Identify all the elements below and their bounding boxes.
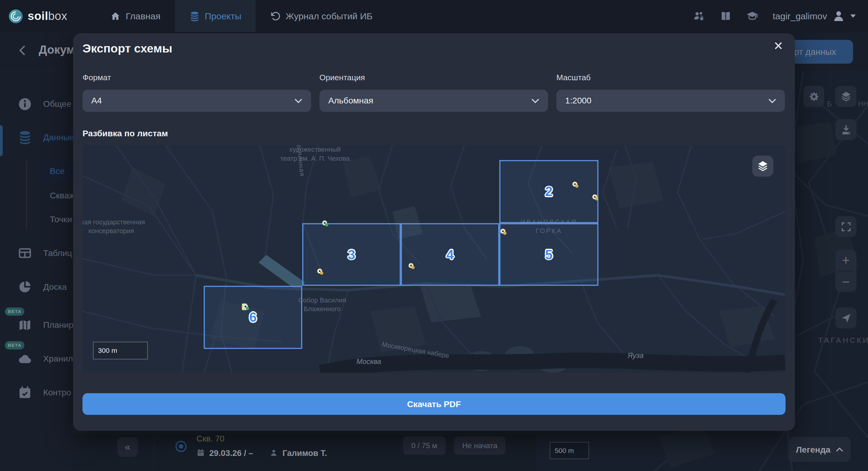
point-marker-green: [322, 220, 327, 226]
well-point-marker: [592, 195, 597, 200]
orientation-label: Ориентация: [319, 73, 365, 82]
format-label: Формат: [83, 73, 111, 82]
close-icon[interactable]: ×: [770, 38, 787, 56]
sheets-section-title: Разбивка по листам: [83, 128, 168, 139]
app-screen: Докум орт данных Общее Данные Все Скваж …: [0, 0, 868, 471]
map-label-theater: художественный театр им. А. П. Чехова: [249, 145, 381, 163]
top-navbar: soilbox Главная Проекты Журнал событий И…: [0, 0, 868, 32]
nav-item-projects[interactable]: Проекты: [175, 0, 256, 32]
export-scheme-modal: Экспорт схемы × Формат Ориентация Масшта…: [73, 33, 795, 431]
brand-name: soilbox: [28, 9, 67, 23]
format-select[interactable]: A4: [83, 90, 311, 112]
soilbox-logo-icon: [8, 8, 24, 24]
chevron-down-icon: [531, 98, 539, 104]
sheet-rect-2[interactable]: 2: [499, 160, 598, 223]
users-admin-icon[interactable]: [693, 10, 705, 22]
sheet-number: 4: [446, 247, 454, 262]
scale-label: Масштаб: [556, 73, 591, 82]
orientation-select[interactable]: Альбомная: [319, 90, 548, 112]
sheet-number: 3: [348, 247, 355, 262]
sheet-number: 2: [545, 184, 553, 199]
database-icon: [189, 11, 200, 22]
map-label-conservatory: ская государственная консерватория: [83, 218, 167, 235]
orientation-value: Альбомная: [328, 96, 373, 106]
sheet-number: 5: [545, 247, 553, 262]
point-marker-green: [243, 304, 248, 309]
sheet-rect-6[interactable]: 6: [204, 286, 302, 349]
sheet-number: 6: [249, 310, 257, 325]
modal-title: Экспорт схемы: [83, 42, 173, 56]
app-logo[interactable]: soilbox: [0, 8, 91, 24]
nav-item-security-log[interactable]: Журнал событий ИБ: [256, 0, 387, 32]
chevron-down-icon: [768, 98, 776, 104]
navbar-right: tagir_galimov: [693, 9, 868, 23]
sheet-rect-3[interactable]: 3: [302, 223, 401, 286]
nav-label: Главная: [126, 11, 160, 22]
layers-icon: [757, 160, 769, 172]
well-point-marker: [500, 229, 505, 234]
map-label-yauza-river: Яуза: [628, 351, 644, 360]
download-pdf-button[interactable]: Скачать PDF: [83, 393, 786, 415]
graduation-cap-icon[interactable]: [746, 10, 758, 22]
chevron-down-icon: [294, 98, 302, 104]
username: tagir_galimov: [773, 11, 827, 22]
well-point-marker: [317, 269, 322, 274]
home-icon: [110, 11, 121, 22]
preview-scale-control: 300 m: [93, 342, 148, 359]
preview-layers-button[interactable]: [752, 155, 773, 177]
nav-item-home[interactable]: Главная: [96, 0, 175, 32]
map-label-moskva-river: Москва: [356, 357, 381, 366]
book-icon[interactable]: [719, 10, 732, 22]
sheet-rect-4[interactable]: 4: [401, 223, 499, 286]
nav-label: Проекты: [205, 11, 241, 22]
history-icon: [270, 11, 281, 22]
nav-label: Журнал событий ИБ: [286, 11, 373, 22]
scale-select[interactable]: 1:2000: [556, 90, 785, 112]
well-point-marker: [572, 181, 578, 187]
user-menu[interactable]: tagir_galimov: [773, 9, 856, 23]
scale-value: 1:2000: [565, 96, 591, 106]
user-avatar-icon: [832, 9, 845, 23]
sheet-rect-5[interactable]: 5: [499, 223, 598, 286]
format-value: A4: [91, 96, 102, 106]
well-point-marker: [409, 263, 414, 268]
caret-down-icon: [850, 14, 856, 18]
sheet-preview-map[interactable]: художественный театр им. А. П. Чехова Не…: [83, 145, 786, 373]
